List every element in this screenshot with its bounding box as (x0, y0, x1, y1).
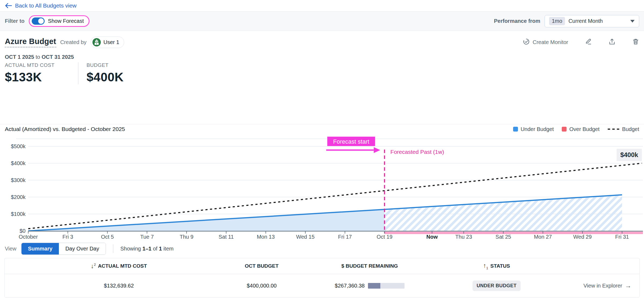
pencil-icon (585, 38, 592, 46)
performance-group: Performance from 1mo Current Month (494, 15, 639, 27)
divider (113, 244, 113, 253)
tab-summary[interactable]: Summary (22, 243, 59, 255)
showing-of: of (153, 246, 158, 252)
column-header-status[interactable]: ↑1 STATUS (449, 262, 544, 270)
top-bar: Back to All Budgets view (0, 0, 644, 11)
chevron-down-icon (630, 20, 635, 23)
budget-progress-fill (368, 283, 380, 289)
x-tick-label: Mon 27 (534, 234, 552, 240)
column-label: STATUS (490, 263, 510, 269)
y-tick-label: $400k (11, 160, 26, 166)
show-forecast-label: Show Forecast (48, 18, 84, 24)
chart-header: Actual (Amortized) vs. Budgeted - Octobe… (0, 124, 644, 134)
x-tick-label: Thu 9 (180, 234, 194, 240)
delete-button[interactable] (632, 38, 639, 46)
stat-value: $133K (5, 70, 78, 84)
show-forecast-toggle[interactable] (32, 17, 45, 25)
summary-stats: ACTUAL MTD COST $133K BUDGET $400K (5, 62, 639, 84)
export-button[interactable] (609, 38, 616, 46)
x-tick-label: Fri 17 (338, 234, 352, 240)
x-tick-label: Fri 31 (615, 234, 629, 240)
x-tick-label: Oct 5 (101, 234, 114, 240)
forecasted-past-label: Forecasted Past (1w) (391, 149, 444, 155)
chart-title: Actual (Amortized) vs. Budgeted - Octobe… (5, 126, 125, 132)
legend-over-budget[interactable]: Over Budget (562, 126, 599, 132)
x-tick-label: Tue 7 (140, 234, 154, 240)
edit-button[interactable] (585, 38, 592, 46)
forecast-start-label: Forecast start (333, 138, 369, 145)
x-tick-label: October (19, 234, 38, 240)
back-to-all-budgets-link[interactable]: Back to All Budgets view (15, 2, 77, 9)
x-tick-label: Fri 3 (62, 234, 73, 240)
column-header-actual-mtd-cost[interactable]: ↓2 ACTUAL MTD COST (5, 263, 233, 270)
back-arrow-icon[interactable] (5, 3, 12, 9)
period-join: to (36, 54, 40, 60)
column-label: ACTUAL MTD COST (98, 263, 147, 269)
forecast-band (385, 232, 643, 234)
time-range-select[interactable]: 1mo Current Month (545, 15, 639, 27)
forecast-area (385, 195, 622, 231)
y-tick-label: $300k (11, 177, 26, 183)
showing-count: Showing 1–1 of 1 item (120, 246, 174, 252)
creator-pill[interactable]: User 1 (91, 37, 124, 48)
filter-left-group: Filter to Show Forecast (5, 15, 90, 27)
trash-icon (632, 38, 639, 46)
title-row: Azure Budget Created by User 1 Create Mo… (5, 35, 639, 50)
forecast-arrowhead (374, 147, 380, 153)
tab-day-over-day[interactable]: Day Over Day (59, 243, 106, 255)
legend-label: Budget (622, 126, 639, 132)
x-tick-label: Sat 11 (219, 234, 234, 240)
show-forecast-toggle-highlight: Show Forecast (29, 15, 89, 27)
legend-under-budget[interactable]: Under Budget (513, 126, 554, 132)
period-end: OCT 31 2025 (42, 54, 74, 60)
cell-budget-remaining: $267,360.38 (290, 283, 449, 289)
showing-range: 1–1 (142, 246, 151, 252)
range-value: Current Month (568, 18, 603, 24)
showing-suffix: item (163, 246, 174, 252)
view-in-explorer-label: View in Explorer (584, 283, 622, 289)
create-monitor-label: Create Monitor (533, 39, 568, 45)
cell-actual-mtd-cost: $132,639.62 (5, 283, 233, 289)
page-title: Azure Budget (5, 37, 56, 48)
table-row: $132,639.62 $400,000.00 $267,360.38 UNDE… (5, 274, 639, 297)
budget-end-label: $400k (620, 151, 638, 158)
view-label: View (5, 246, 16, 252)
column-header-budget-remaining[interactable]: $ BUDGET REMAINING (290, 263, 449, 269)
view-bar: View Summary Day Over Day Showing 1–1 of… (0, 242, 644, 255)
x-tick-label: Oct 19 (377, 234, 392, 240)
budget-chart: $0$100k$200k$300k$400k$500kOctoberFri 3O… (0, 134, 644, 241)
column-label: OCT BUDGET (245, 263, 279, 269)
budget-detail-page: Back to All Budgets view Filter to Show … (0, 0, 644, 298)
x-tick-label: Thu 23 (455, 234, 472, 240)
legend-swatch-red (562, 127, 567, 132)
x-tick-label: Wed 29 (573, 234, 592, 240)
performance-from-label: Performance from (494, 18, 540, 24)
export-icon (609, 38, 616, 46)
y-tick-label: $100k (11, 211, 26, 217)
legend-swatch-dashed (608, 129, 620, 130)
x-tick-label: Wed 15 (296, 234, 315, 240)
x-tick-label: Mon 13 (257, 234, 275, 240)
column-header-oct-budget[interactable]: OCT BUDGET (233, 263, 290, 269)
toggle-knob (38, 18, 44, 24)
stat-label: BUDGET (87, 62, 124, 68)
table-header-row: ↓2 ACTUAL MTD COST OCT BUDGET $ BUDGET R… (5, 258, 639, 274)
created-by-label: Created by (60, 39, 87, 45)
legend-budget[interactable]: Budget (608, 126, 639, 132)
legend-label: Under Budget (521, 126, 554, 132)
range-tag: 1mo (549, 17, 565, 25)
legend-label: Over Budget (569, 126, 599, 132)
budget-progress-bar (368, 283, 405, 289)
sort-desc-icon: ↓2 (91, 263, 96, 270)
budget-remaining-value: $267,360.38 (335, 283, 365, 289)
date-range: OCT 1 2025 to OCT 31 2025 (5, 54, 639, 60)
y-tick-label: $0 (20, 228, 26, 234)
monitor-icon (523, 38, 530, 46)
view-in-explorer-link[interactable]: View in Explorer → (544, 282, 639, 289)
x-tick-label: Now (426, 234, 438, 240)
column-label: $ BUDGET REMAINING (341, 263, 398, 269)
create-monitor-button[interactable]: Create Monitor (523, 38, 568, 46)
stat-value: $400K (87, 70, 124, 84)
chart-legend: Under Budget Over Budget Budget (513, 126, 639, 132)
budget-summary-table: ↓2 ACTUAL MTD COST OCT BUDGET $ BUDGET R… (4, 258, 640, 297)
